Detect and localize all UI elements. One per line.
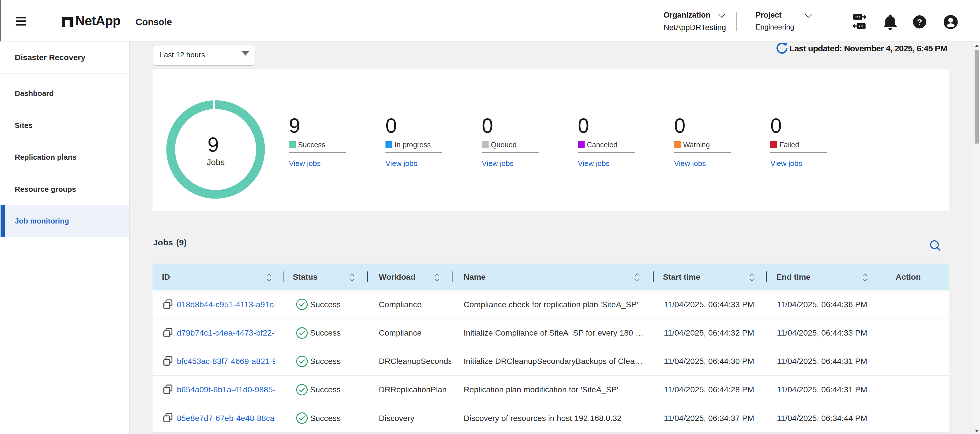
svg-text:?: ? <box>917 17 922 27</box>
